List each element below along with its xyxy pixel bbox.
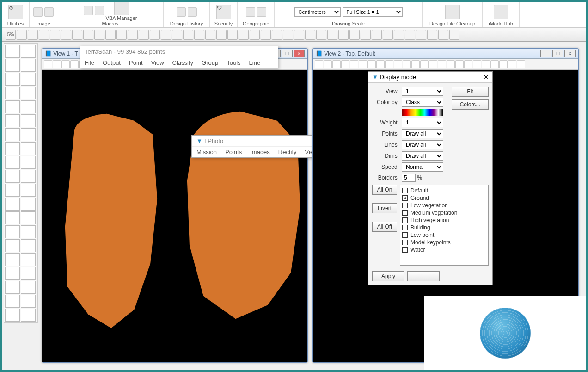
tool-icon[interactable]	[261, 30, 271, 40]
palette-tool-icon[interactable]	[5, 239, 20, 252]
palette-tool-icon[interactable]	[5, 295, 20, 308]
menu-classify[interactable]: Classify	[172, 59, 194, 66]
view-tool-icon[interactable]	[438, 60, 446, 68]
tool-icon[interactable]	[61, 30, 71, 40]
palette-tool-icon[interactable]	[21, 309, 36, 322]
palette-tool-icon[interactable]	[5, 281, 20, 294]
class-item[interactable]: Model keypoints	[402, 239, 486, 246]
tool-icon[interactable]	[205, 30, 215, 40]
palette-tool-icon[interactable]	[5, 128, 20, 141]
class-item[interactable]: Medium vegetation	[402, 209, 486, 217]
palette-tool-icon[interactable]	[5, 198, 20, 211]
tool-icon[interactable]	[349, 30, 360, 40]
palette-tool-icon[interactable]	[5, 87, 20, 99]
tool-icon[interactable]	[250, 30, 260, 40]
all-off-button[interactable]: All Off	[372, 222, 397, 232]
display-mode-dialog[interactable]: ▼ Display mode ✕ View:1 Color by:Class F…	[368, 71, 493, 285]
menu-view[interactable]: View	[151, 59, 164, 66]
class-item[interactable]: Low point	[402, 231, 486, 239]
image-icon-2[interactable]	[44, 7, 54, 17]
checkbox-icon[interactable]	[402, 210, 408, 216]
palette-tool-icon[interactable]	[5, 59, 20, 72]
invert-button[interactable]: Invert	[372, 203, 397, 213]
tool-icon[interactable]	[361, 30, 371, 40]
palette-tool-icon[interactable]	[21, 45, 36, 58]
palette-tool-icon[interactable]	[21, 281, 36, 294]
palette-tool-icon[interactable]	[21, 170, 36, 183]
tool-icon[interactable]	[150, 30, 160, 40]
class-item[interactable]: Low vegetation	[402, 202, 486, 209]
tool-icon[interactable]	[116, 30, 127, 40]
palette-tool-icon[interactable]	[5, 45, 20, 58]
palette-tool-icon[interactable]	[21, 156, 36, 169]
palette-tool-icon[interactable]	[21, 295, 36, 308]
view-tool-icon[interactable]	[473, 60, 481, 68]
menu-point[interactable]: Point	[129, 59, 143, 66]
view-tool-icon[interactable]	[44, 60, 52, 68]
view-tool-icon[interactable]	[341, 60, 349, 68]
tool-icon[interactable]	[305, 30, 315, 40]
palette-tool-icon[interactable]	[5, 156, 20, 169]
view-tool-icon[interactable]	[499, 60, 508, 68]
color-bar[interactable]	[402, 109, 443, 116]
tool-icon[interactable]	[239, 30, 249, 40]
all-on-button[interactable]: All On	[372, 185, 397, 195]
tool-icon[interactable]	[194, 30, 204, 40]
tool-icon[interactable]	[39, 30, 49, 40]
geo-icon[interactable]	[246, 7, 255, 17]
tool-icon[interactable]	[128, 30, 138, 40]
tool-icon[interactable]	[316, 30, 326, 40]
palette-tool-icon[interactable]	[21, 198, 36, 211]
tool-icon[interactable]	[227, 30, 238, 40]
geo-icon-2[interactable]	[257, 7, 266, 17]
speed-select[interactable]: Normal	[402, 162, 443, 172]
image-icon[interactable]	[33, 7, 43, 17]
view-tool-icon[interactable]	[359, 60, 367, 68]
palette-tool-icon[interactable]	[21, 73, 36, 86]
palette-tool-icon[interactable]	[5, 253, 20, 266]
minimize-button[interactable]: —	[540, 50, 551, 57]
colorby-select[interactable]: Class	[402, 98, 443, 107]
palette-tool-icon[interactable]	[5, 100, 20, 113]
tool-icon[interactable]	[83, 30, 93, 40]
class-item[interactable]: Building	[402, 224, 486, 231]
view-tool-icon[interactable]	[482, 60, 490, 68]
palette-tool-icon[interactable]	[21, 253, 36, 266]
checkbox-icon[interactable]	[402, 240, 408, 245]
view-tool-icon[interactable]	[53, 60, 61, 68]
view-tool-icon[interactable]	[464, 60, 472, 68]
menu-mission[interactable]: Mission	[196, 149, 217, 155]
palette-tool-icon[interactable]	[5, 73, 20, 86]
view-tool-icon[interactable]	[61, 60, 70, 68]
view-tool-icon[interactable]	[420, 60, 429, 68]
palette-tool-icon[interactable]	[5, 211, 20, 224]
view-tool-icon[interactable]	[517, 60, 525, 68]
menu-line[interactable]: Line	[249, 59, 261, 66]
vba-icon[interactable]	[114, 0, 129, 15]
points-select[interactable]: Draw all	[402, 129, 443, 138]
class-item[interactable]: High vegetation	[402, 217, 486, 224]
maximize-button[interactable]: ☐	[282, 50, 293, 57]
tool-icon[interactable]	[394, 30, 404, 40]
view-tool-icon[interactable]	[332, 60, 341, 68]
fit-button[interactable]: Fit	[452, 87, 489, 97]
tool-icon[interactable]	[72, 30, 82, 40]
view-tool-icon[interactable]	[324, 60, 332, 68]
checkbox-icon[interactable]: ✕	[402, 195, 408, 201]
close-button[interactable]: ✕	[294, 50, 305, 57]
palette-tool-icon[interactable]	[5, 170, 20, 183]
view-tool-icon[interactable]	[385, 60, 393, 68]
tool-icon[interactable]	[427, 30, 437, 40]
palette-tool-icon[interactable]	[21, 59, 36, 72]
maximize-button[interactable]: ☐	[552, 50, 564, 57]
unit-select[interactable]: Centimeters	[294, 7, 341, 17]
palette-tool-icon[interactable]	[5, 142, 20, 155]
checkbox-icon[interactable]	[402, 203, 408, 208]
lines-select[interactable]: Draw all	[402, 140, 443, 149]
palette-tool-icon[interactable]	[5, 114, 20, 127]
close-icon[interactable]: ✕	[484, 74, 489, 81]
menu-group[interactable]: Group	[202, 59, 218, 66]
shield-icon[interactable]: 🛡	[216, 5, 231, 19]
tool-icon[interactable]	[28, 30, 38, 40]
view1-viewport[interactable]: for(let i=0;i<120;i++){let x=60+Math.ran…	[42, 70, 307, 362]
